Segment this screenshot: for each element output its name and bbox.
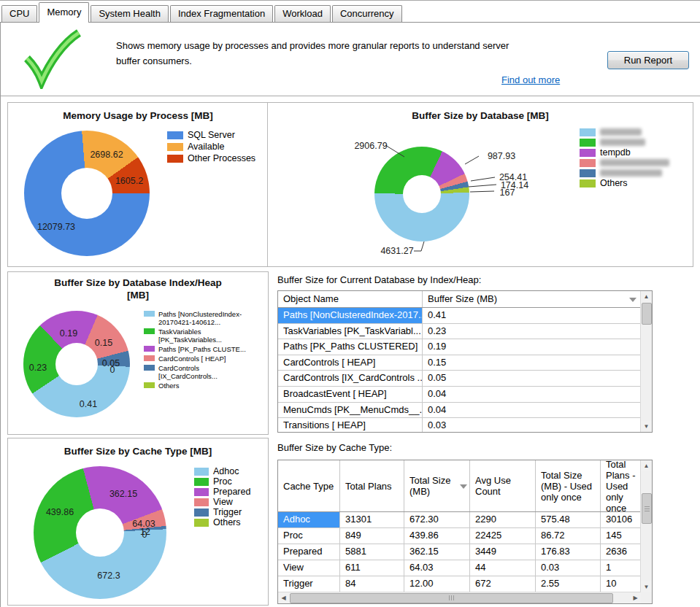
vertical-scrollbar[interactable]: ▲ ▼ [640, 291, 652, 432]
column-header-object-name[interactable]: Object Name [278, 291, 423, 307]
tab-system-health[interactable]: System Health [91, 5, 169, 22]
horizontal-scrollbar[interactable]: ◀ ▶ [278, 592, 641, 603]
table-row[interactable]: Prepared5881362.153449176.832636 [278, 544, 641, 560]
table-row[interactable]: CardControls [ HEAP]0.15 [278, 355, 641, 371]
legend-swatch [580, 159, 596, 167]
column-header-total-size-used-once[interactable]: Total Size (MB) - Used only once [536, 460, 601, 511]
table-cell[interactable]: Proc [278, 528, 340, 544]
buffer-size-cell[interactable]: 0.04 [423, 387, 641, 402]
table-cell[interactable]: 31301 [340, 512, 404, 527]
table-row[interactable]: BroadcastEvent [ HEAP]0.04 [278, 387, 641, 403]
sort-arrow-icon[interactable] [460, 484, 467, 489]
table-cell[interactable]: 672 [470, 576, 536, 592]
object-name-cell[interactable]: Transitions [ HEAP] [278, 418, 423, 433]
legend-swatch [144, 382, 155, 388]
table-cell[interactable]: 10 [601, 576, 641, 592]
scroll-down-button[interactable]: ▼ [641, 421, 652, 432]
table-cell[interactable]: View [278, 560, 340, 576]
legend-swatch [144, 355, 155, 361]
buffer-size-cell[interactable]: 0.04 [423, 403, 641, 418]
index-heap-legend: Paths [NonClusteredIndex-20170421-140612… [144, 310, 246, 391]
run-report-button[interactable]: Run Report [607, 51, 689, 69]
table-row[interactable]: Adhoc31301672.302290575.4830106 [278, 512, 641, 528]
column-header-cache-type[interactable]: Cache Type [278, 460, 340, 511]
table-row[interactable]: Proc849439.862242586.72145 [278, 528, 641, 544]
table-cell[interactable]: 2290 [470, 512, 536, 527]
table-row[interactable]: TaskVariables [PK_TaskVariabl...0.23 [278, 324, 641, 340]
vertical-scrollbar[interactable]: ▲ ▼ [640, 460, 652, 592]
column-header-avg-use-count[interactable]: Avg Use Count [470, 460, 536, 511]
table-cell[interactable]: Trigger [278, 576, 340, 592]
tab-index-fragmentation[interactable]: Index Fragmentation [170, 5, 273, 22]
scroll-right-button[interactable]: ▶ [630, 592, 641, 603]
object-name-cell[interactable]: Paths [NonClusteredIndex-2017... [278, 308, 423, 323]
data-label: 167 [500, 187, 515, 198]
table-cell[interactable]: 0.03 [536, 560, 601, 576]
table-cell[interactable]: 1 [601, 560, 641, 576]
table-row[interactable]: Trigger8412.006722.5510 [278, 576, 641, 592]
sort-arrow-icon[interactable] [629, 298, 636, 302]
table-cell[interactable]: 3449 [470, 544, 536, 560]
tab-concurrency[interactable]: Concurrency [332, 5, 402, 22]
table-cell[interactable]: Adhoc [278, 512, 340, 527]
buffer-size-cell[interactable]: 0.19 [423, 339, 641, 355]
chart-title-line1: Buffer Size by Database Index/Heap [8, 277, 268, 289]
tab-cpu[interactable]: CPU [1, 5, 37, 22]
table-cell[interactable]: 84 [340, 576, 404, 592]
table-cell[interactable]: 86.72 [536, 528, 601, 544]
table-cell[interactable]: 849 [340, 528, 404, 544]
object-name-cell[interactable]: MenuCmds [PK__MenuCmds__... [278, 403, 423, 418]
table-cell[interactable]: Prepared [278, 544, 340, 560]
table-cell[interactable]: 672.30 [404, 512, 470, 527]
table-cell[interactable]: 145 [601, 528, 641, 544]
table-cell[interactable]: 575.48 [536, 512, 601, 527]
table-cell[interactable]: 22425 [470, 528, 536, 544]
legend-item: Paths [PK_Paths CLUSTE... [144, 345, 246, 353]
table-cell[interactable]: 5881 [340, 544, 404, 560]
object-name-cell[interactable]: CardControls [ HEAP] [278, 355, 423, 371]
scroll-up-button[interactable]: ▲ [641, 291, 652, 302]
buffer-size-cell[interactable]: 0.41 [423, 308, 641, 323]
table-cell[interactable]: 439.86 [404, 528, 470, 544]
table-cell[interactable]: 30106 [601, 512, 641, 527]
scrollbar-thumb[interactable] [290, 593, 613, 603]
object-name-cell[interactable]: Paths [PK_Paths CLUSTERED] [278, 339, 423, 355]
scrollbar-thumb[interactable] [642, 493, 652, 524]
find-out-more-link[interactable]: Find out more [501, 74, 560, 85]
table-cell[interactable]: 362.15 [404, 544, 470, 560]
table-cell[interactable]: 64.03 [404, 560, 470, 576]
buffer-size-cell[interactable]: 0.15 [423, 355, 641, 371]
table-row[interactable]: Paths [PK_Paths CLUSTERED]0.19 [278, 339, 641, 355]
object-name-cell[interactable]: CardControls [IX_CardControls ... [278, 371, 423, 386]
table-row[interactable]: MenuCmds [PK__MenuCmds__...0.04 [278, 403, 641, 419]
buffer-size-cell[interactable]: 0.23 [423, 324, 641, 339]
table-cell[interactable]: 2636 [601, 544, 641, 560]
table-row[interactable]: CardControls [IX_CardControls ...0.05 [278, 371, 641, 387]
column-header-total-plans-used-once[interactable]: Total Plans - Used only once [601, 460, 641, 511]
table-cell[interactable]: 44 [470, 560, 536, 576]
table-row[interactable]: Paths [NonClusteredIndex-2017...0.41 [278, 308, 641, 324]
column-header-buffer-size[interactable]: Buffer Size (MB) [423, 291, 641, 307]
table-cell[interactable]: 2.55 [536, 576, 601, 592]
object-name-cell[interactable]: TaskVariables [PK_TaskVariabl... [278, 324, 423, 339]
scrollbar-thumb[interactable] [642, 303, 652, 325]
scroll-up-button[interactable]: ▲ [641, 460, 652, 471]
legend-label: View [213, 497, 233, 507]
table-cell[interactable]: 611 [340, 560, 404, 576]
object-name-cell[interactable]: BroadcastEvent [ HEAP] [278, 387, 423, 402]
legend-label: Prepared [213, 487, 250, 497]
scroll-down-button[interactable]: ▼ [641, 581, 652, 592]
data-label: 362.15 [109, 489, 137, 499]
buffer-size-cell[interactable]: 0.05 [423, 371, 641, 386]
column-header-total-size[interactable]: Total Size (MB) [404, 460, 470, 511]
donut-hole [55, 343, 98, 385]
buffer-size-cell[interactable]: 0.03 [423, 418, 641, 433]
table-cell[interactable]: 12.00 [404, 576, 470, 592]
table-cell[interactable]: 176.83 [536, 544, 601, 560]
column-header-total-plans[interactable]: Total Plans [340, 460, 404, 511]
table-row[interactable]: View61164.03440.031 [278, 560, 641, 576]
scroll-left-button[interactable]: ◀ [278, 592, 289, 603]
tab-memory[interactable]: Memory [39, 2, 89, 23]
tab-workload[interactable]: Workload [274, 5, 331, 22]
table-row[interactable]: Transitions [ HEAP]0.03 [278, 418, 641, 433]
